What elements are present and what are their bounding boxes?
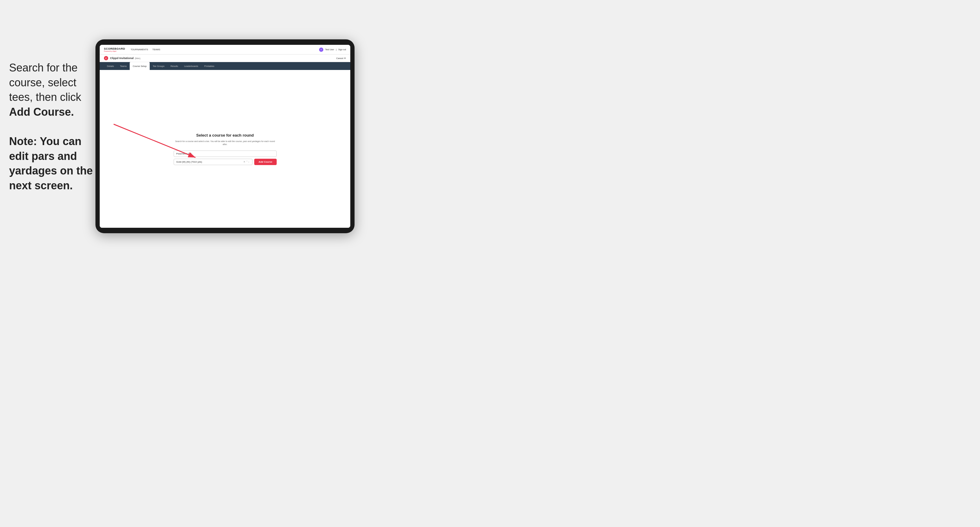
- course-search-input[interactable]: [173, 151, 277, 157]
- course-select-card: Select a course for each round Search fo…: [173, 133, 277, 165]
- user-name: Test User: [325, 48, 334, 51]
- instruction-text-line3: tees, then click: [9, 91, 81, 103]
- tab-printables[interactable]: Printables: [201, 62, 217, 70]
- tournament-title: Clippd Invitational: [110, 57, 134, 60]
- logo-sub: Powered by clippd: [104, 50, 125, 52]
- tab-leaderboards[interactable]: Leaderboards: [181, 62, 201, 70]
- add-course-button[interactable]: Add Course: [254, 159, 276, 165]
- tournament-subtitle: (Men): [135, 57, 140, 59]
- instruction-note1: Note: You can: [9, 135, 81, 148]
- instruction-note3: yardages on the: [9, 165, 93, 177]
- instruction-text-line1: Search for the: [9, 62, 78, 74]
- tournament-header: C Clippd Invitational (Men) Cancel ✕: [100, 54, 350, 62]
- nav-links: TOURNAMENTS TEAMS: [130, 48, 319, 51]
- card-title: Select a course for each round: [196, 133, 254, 138]
- tournament-icon: C: [104, 56, 108, 60]
- user-area: T Test User | Sign out: [319, 48, 346, 52]
- tab-results[interactable]: Results: [167, 62, 181, 70]
- tab-teams[interactable]: Teams: [117, 62, 130, 70]
- tablet-screen: SCOREBOARD Powered by clippd TOURNAMENTS…: [100, 45, 350, 228]
- tab-course-setup[interactable]: Course Setup: [130, 62, 150, 70]
- nav-teams[interactable]: TEAMS: [153, 48, 160, 51]
- tab-details[interactable]: Details: [104, 62, 117, 70]
- card-description: Search for a course and select a tee. Yo…: [173, 140, 277, 146]
- tab-bar: Details Teams Course Setup Tee Groups Re…: [100, 62, 350, 70]
- separator: |: [336, 48, 336, 51]
- main-content: Select a course for each round Search fo…: [100, 70, 350, 228]
- instruction-note2: edit pars and: [9, 150, 77, 162]
- logo-text: SCOREBOARD: [104, 47, 125, 50]
- instruction-panel: Search for the course, select tees, then…: [9, 60, 94, 193]
- top-nav: SCOREBOARD Powered by clippd TOURNAMENTS…: [100, 45, 350, 54]
- cancel-button[interactable]: Cancel ✕: [336, 57, 346, 60]
- instruction-text-line2: course, select: [9, 76, 76, 89]
- sign-out-link[interactable]: Sign out: [338, 48, 346, 51]
- instruction-highlight: Add Course.: [9, 106, 74, 118]
- tablet-frame: SCOREBOARD Powered by clippd TOURNAMENTS…: [95, 40, 355, 233]
- tee-arrows-icon[interactable]: ⌃⌄: [246, 160, 250, 163]
- tab-tee-groups[interactable]: Tee Groups: [150, 62, 167, 70]
- instruction-note4: next screen.: [9, 179, 73, 192]
- tee-clear-button[interactable]: ✕: [243, 160, 246, 163]
- nav-tournaments[interactable]: TOURNAMENTS: [130, 48, 148, 51]
- logo-area: SCOREBOARD Powered by clippd: [104, 47, 125, 52]
- user-avatar: T: [319, 48, 323, 52]
- tee-selected-value: Gold (M) (M) (7010 yds): [177, 160, 243, 163]
- tee-select-row: Gold (M) (M) (7010 yds) ✕ ⌃⌄ Add Course: [173, 159, 277, 165]
